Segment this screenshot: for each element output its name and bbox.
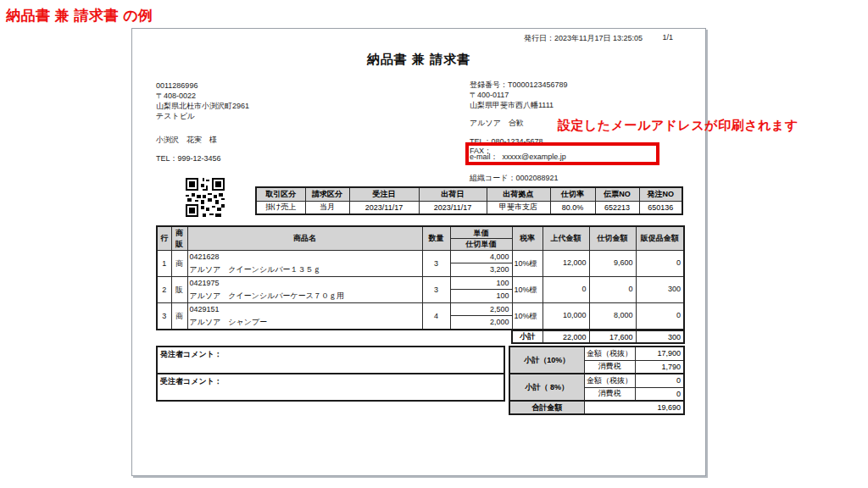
item-line-no: 2: [157, 277, 171, 303]
item-product-code: 0421975: [190, 277, 420, 290]
item-row: 3 商 0429151 アルソア シャンプー 4 2,500 2,000 10%…: [157, 303, 684, 330]
info-value: 甲斐市支店: [487, 201, 550, 214]
customer-building: テストビル: [156, 112, 195, 121]
info-value: 652213: [595, 201, 639, 214]
email-annotation: 設定したメールアドレスが印刷されます: [558, 118, 798, 134]
subtotal-8-tax: 0: [635, 387, 684, 401]
item-wholesale-amount: 0: [589, 277, 636, 303]
col-header-tax: 税率: [512, 226, 542, 251]
items-header-row: 行 商 販 商品名 数量 単価 仕切単価 税率 上代金額 仕切金額 販促品金額: [157, 226, 684, 251]
item-promo-amount: 300: [636, 277, 684, 303]
col-header-retail-amount: 上代金額: [542, 226, 589, 251]
amount-ex-tax-label: 金額（税抜）: [584, 347, 635, 360]
page-indicator: 1/1: [662, 33, 673, 42]
totals-table: 小計（10%） 金額（税抜） 17,900 消費税 1,790 小計（ 8%） …: [509, 346, 685, 415]
item-product-name: アルソア シャンプー: [190, 316, 420, 329]
orderer-comment-box: 発注者コメント：: [156, 346, 505, 374]
item-line-no: 1: [157, 251, 171, 277]
customer-name: 小渕沢 花実 様: [156, 136, 217, 145]
info-header-row: 取引区分 請求区分 受注日 出荷日 出荷拠点 仕切率 伝票NO 発注NO: [256, 187, 682, 201]
consumption-tax-label: 消費税: [584, 387, 635, 401]
issuer-org-code: 組織コード：0002088921: [470, 174, 558, 183]
item-product-name: アルソア クイーンシルバーケース７０ｇ用: [190, 290, 420, 302]
item-tax-rate: 10%標: [512, 303, 542, 330]
info-value: 掛け売上: [256, 201, 305, 214]
issuer-postal: 〒400-0117: [470, 91, 509, 100]
info-header: 出荷日: [419, 187, 487, 201]
orderer-comment-label: 発注者コメント：: [158, 347, 504, 360]
document-page: 発行日：2023年11月17日 13:25:05 1/1 納品書 兼 請求書 0…: [131, 28, 706, 476]
item-row: 2 販 0421975 アルソア クイーンシルバーケース７０ｇ用 3 100 1…: [157, 277, 684, 303]
info-value: 当月: [305, 201, 349, 214]
col-header-product-name: 商品名: [187, 226, 422, 251]
subtotal-8-amount: 0: [635, 374, 684, 387]
item-unit-price: 100: [451, 277, 512, 290]
info-header: 受注日: [349, 187, 419, 201]
item-wholesale-price: 100: [451, 290, 512, 302]
item-unit-price: 2,500: [451, 303, 512, 316]
receiver-comment-box: 受注者コメント：: [156, 373, 505, 402]
customer-code: 0011286996: [156, 81, 198, 91]
issuer-registration-no: 登録番号：T0000123456789: [470, 80, 568, 90]
document-title: 納品書 兼 請求書: [132, 52, 705, 68]
col-header-line: 行: [157, 226, 171, 251]
item-category: 商: [171, 303, 187, 330]
subtotal-10-amount: 17,900: [635, 347, 684, 360]
qr-code: [186, 178, 225, 217]
item-product: 0429151 アルソア シャンプー: [187, 303, 422, 330]
grand-total-label: 合計金額: [509, 401, 584, 414]
item-prices: 4,000 3,200: [450, 251, 512, 277]
item-category: 商: [171, 251, 187, 277]
figure-title: 納品書 兼 請求書 の例: [6, 6, 153, 25]
issuer-name: アルソア 合歓: [470, 119, 524, 128]
col-header-unit-price: 単価: [451, 227, 512, 239]
subtotal-10-label: 小計（10%）: [509, 347, 584, 374]
item-wholesale-price: 2,000: [451, 316, 512, 329]
col-header-category: 商 販: [171, 226, 187, 251]
item-retail-amount: 10,000: [542, 303, 589, 330]
item-prices: 100 100: [450, 277, 512, 303]
issue-date: 発行日：2023年11月17日 13:25:05: [524, 33, 643, 44]
items-subtotal-row: 小計 22,000 17,600 300: [511, 330, 685, 344]
subtotal-retail: 22,000: [542, 330, 589, 343]
subtotal-label: 小計: [512, 330, 542, 343]
item-product-code: 0429151: [190, 303, 420, 316]
subtotal-10-tax: 1,790: [635, 360, 684, 374]
item-product-name: アルソア クイーンシルバー１３５ｇ: [190, 263, 420, 276]
col-header-qty: 数量: [422, 226, 450, 251]
amount-ex-tax-label: 金額（税抜）: [584, 374, 635, 387]
item-retail-amount: 0: [542, 277, 589, 303]
subtotal-8-label: 小計（ 8%）: [509, 374, 584, 401]
item-unit-price: 4,000: [451, 251, 512, 263]
col-header-wholesale-unit-price: 仕切単価: [451, 239, 512, 250]
receiver-comment-label: 受注者コメント：: [158, 374, 504, 387]
item-wholesale-amount: 9,600: [589, 251, 636, 277]
email-highlight-box: [465, 142, 659, 165]
item-product-code: 0421628: [190, 251, 420, 263]
items-table: 行 商 販 商品名 数量 単価 仕切単価 税率 上代金額 仕切金額 販促品金額 …: [156, 225, 685, 330]
info-value: 650136: [639, 201, 682, 214]
info-header: 伝票NO: [595, 187, 639, 201]
issuer-address: 山梨県甲斐市西八幡1111: [470, 101, 554, 110]
subtotal-wholesale: 17,600: [589, 330, 636, 343]
info-header: 取引区分: [256, 187, 305, 201]
item-qty: 3: [422, 277, 450, 303]
customer-address: 山梨県北杜市小渕沢町2961: [156, 102, 249, 111]
grand-total-amount: 19,690: [584, 401, 684, 414]
info-header: 出荷拠点: [487, 187, 550, 201]
consumption-tax-label: 消費税: [584, 360, 635, 374]
item-wholesale-amount: 8,000: [589, 303, 636, 330]
item-qty: 3: [422, 251, 450, 277]
item-product: 0421628 アルソア クイーンシルバー１３５ｇ: [187, 251, 422, 277]
item-product: 0421975 アルソア クイーンシルバーケース７０ｇ用: [187, 277, 422, 303]
info-value: 2023/11/17: [349, 201, 419, 214]
info-header: 仕切率: [550, 187, 595, 201]
item-promo-amount: 0: [636, 303, 684, 330]
info-value: 80.0%: [550, 201, 595, 214]
item-qty: 4: [422, 303, 450, 330]
info-value-row: 掛け売上 当月 2023/11/17 2023/11/17 甲斐市支店 80.0…: [256, 201, 682, 214]
item-line-no: 3: [157, 303, 171, 330]
col-header-prices: 単価 仕切単価: [450, 226, 512, 251]
info-value: 2023/11/17: [419, 201, 487, 214]
col-header-promo-amount: 販促品金額: [636, 226, 684, 251]
